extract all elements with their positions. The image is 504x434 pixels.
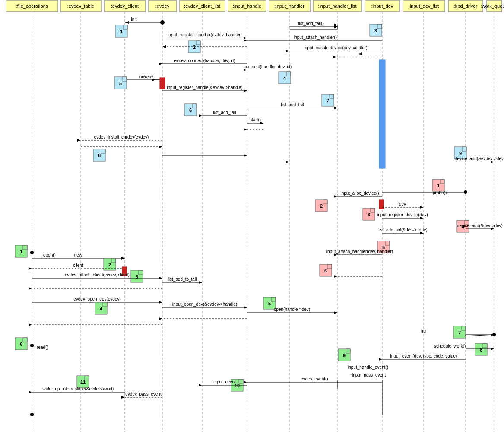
actor-evdev-client: :evdev_client (111, 3, 139, 9)
actor-input-handler-list: :input_handler_list (318, 3, 356, 9)
msg-new-2: new (74, 253, 82, 257)
note-2-green: 2 (108, 262, 111, 267)
svg-point-141 (30, 413, 34, 416)
note-3-pink: 3 (368, 212, 370, 217)
actor-input-handle: :input_handle (233, 3, 261, 9)
note-1-green: 1 (20, 249, 22, 254)
msg-input-match-device: input_match_device(dev,handler) (304, 45, 367, 50)
msg-input-register-handle: input_register_handle(&evdev->handle) (167, 85, 242, 90)
msg-evdev-install-chrdev: evdev_install_chrdev(evdev) (94, 135, 149, 139)
note-8-green: 8 (480, 347, 482, 352)
msg-list-add-tail-3: list_add_tail (281, 102, 304, 107)
actor-kbd-driver: :kbd_driver (454, 3, 478, 9)
msg-input-attach-handler-2: input_attach_handler(dev, handler) (326, 249, 393, 254)
msg-device-add-dev: device_add(&dev->dev) (457, 223, 503, 228)
msg-init: init (131, 17, 137, 22)
note-7: 7 (326, 98, 329, 103)
msg-id-return: _id_ (356, 51, 365, 56)
note-8: 8 (98, 153, 101, 158)
msg-input-register-handler: input_register_handler(evdev_handler) (168, 32, 242, 37)
note-1: 1 (120, 29, 123, 34)
msg-dev: dev (399, 202, 406, 206)
msg-irq: irq (421, 329, 426, 333)
svg-point-127 (30, 344, 34, 347)
note-9-green: 9 (343, 353, 346, 358)
note-6-pink: 6 (324, 268, 327, 273)
msg-probe: probe() (433, 190, 447, 195)
msg-input-event: input_event(dev, type, code, value) (390, 354, 457, 358)
msg-list-add-to-tail: list_add_to_tail (168, 277, 197, 282)
msg-evdev-event: evdev_event() (301, 377, 328, 381)
msg-evdev-pass-event: evdev_pass_event (125, 392, 162, 396)
svg-rect-43 (379, 60, 385, 168)
actor-evdev: :evdev (155, 3, 170, 9)
msg-read: read() (37, 345, 48, 350)
note-2: 2 (193, 44, 196, 50)
actor-input-dev: :input_dev (371, 3, 393, 9)
note-4: 4 (283, 76, 286, 81)
msg-input-open-dev: input_open_dev(&evdev->handle) (172, 302, 237, 307)
msg-input-alloc-device: input_alloc_device() (341, 191, 379, 196)
actor-evdev-table: :evdev_table (67, 3, 94, 9)
note-1-pink: 1 (437, 183, 440, 188)
actor-work-queue: :work_queue (481, 3, 504, 9)
note-5-green: 5 (268, 301, 271, 306)
note-6: 6 (189, 108, 192, 113)
msg-wake-up: wake_up_interruptible(&evdev->wait) (42, 386, 114, 391)
sequence-diagram-svg: :file_operations :evdev_table :evdev_cli… (0, 0, 504, 434)
msg-input-handle-event: input_handle_event() (348, 365, 388, 370)
msg-evdev-open-dev: evdev_open_dev(evdev) (73, 297, 121, 301)
msg-input-register-device: input_register_device(dev) (377, 212, 428, 217)
note-6-green: 6 (20, 342, 22, 347)
msg-input-event-2: input_event (213, 380, 236, 384)
msg-list-add-tail-1: list_add_tail() (298, 21, 323, 26)
note-7-green: 7 (458, 330, 461, 335)
actor-input-handler: :input_handler (274, 3, 304, 9)
note-2-pink: 2 (320, 203, 323, 209)
msg-input-attach-handler-1: input_attach_handler() (294, 35, 337, 40)
msg-input-pass-event: ↑input_pass_event (350, 373, 386, 377)
msg-list-add-tail-node: list_add_tail(&dev->node) (378, 228, 428, 232)
note-5: 5 (119, 81, 122, 86)
msg-client: client (73, 263, 83, 268)
note-9: 9 (459, 151, 462, 156)
actor-input-dev-list: :input_dev_list (409, 3, 439, 9)
msg-evdev-attach-client: evdev_attach_client(evdev, client) (65, 272, 130, 277)
msg-evdev-connect: evdev_connect(handler, dev, id) (174, 58, 235, 63)
msg-open-handle-dev: open(handle->dev) (274, 307, 310, 312)
svg-rect-78 (379, 200, 384, 209)
note-3-green: 3 (136, 274, 138, 279)
msg-open: open() (43, 253, 56, 257)
msg-device-add-evdev: device_add(&evdev->dev) (455, 156, 504, 161)
msg-connect: connect(handler, dev, id) (245, 64, 292, 69)
actor-evdev-client-list: :evdev_client_list (184, 3, 220, 9)
actor-file-operations: :file_operations (16, 3, 48, 9)
note-11-green: 11 (80, 380, 86, 385)
note-4-green: 4 (100, 306, 103, 311)
msg-new-evdev-client: new (139, 74, 148, 79)
msg-list-add-tail-2: list_add_tail (213, 110, 236, 115)
diagram-container: :file_operations :evdev_table :evdev_cli… (0, 0, 504, 434)
msg-schedule-work: schedule_work() (434, 344, 466, 348)
svg-rect-52 (160, 78, 165, 89)
note-3: 3 (374, 28, 377, 33)
msg-start: start() (250, 117, 261, 122)
